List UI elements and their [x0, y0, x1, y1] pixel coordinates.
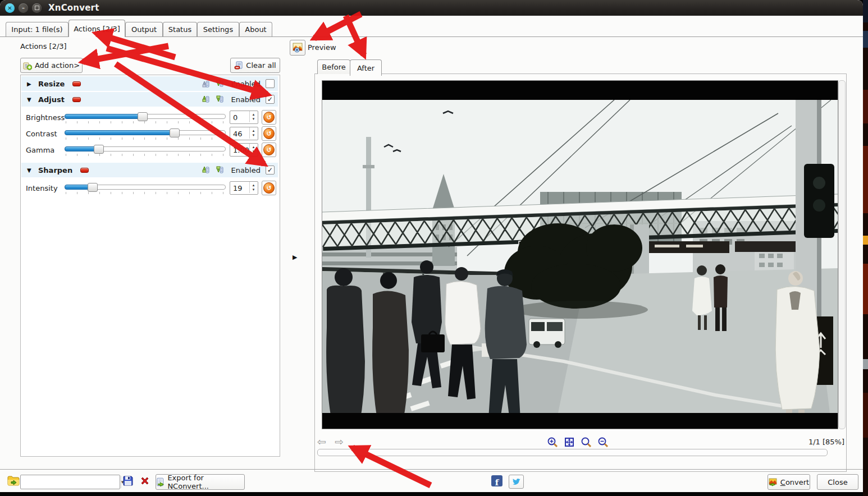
desktop-background: ✕ – XnConvert Input: 1 file(s) Actions [… — [0, 0, 868, 496]
reset-icon: ↺ — [263, 112, 275, 123]
script-name-input[interactable] — [23, 476, 121, 488]
action-group-name: Sharpen — [38, 166, 72, 174]
expand-expanded-icon[interactable]: ▼ — [27, 167, 34, 173]
actions-panel-heading: Actions [2/3] — [20, 42, 67, 50]
preview-vertical-scrollbar[interactable] — [838, 80, 846, 429]
zoom-original-icon[interactable] — [581, 437, 592, 448]
spin-up-icon[interactable]: ▴ — [253, 183, 255, 187]
export-nconvert-button[interactable]: Export for NConvert... — [156, 474, 245, 490]
param-row-gamma: Gamma 1.00 ▴▾ ↺ — [21, 143, 278, 157]
move-down-icon[interactable] — [214, 79, 223, 88]
spin-down-icon[interactable]: ▾ — [253, 117, 255, 121]
spin-down-icon[interactable]: ▾ — [253, 149, 255, 154]
tab-status[interactable]: Status — [163, 22, 197, 36]
reset-icon: ↺ — [263, 128, 275, 139]
brightness-slider[interactable] — [65, 111, 226, 123]
param-label: Gamma — [26, 146, 65, 154]
tab-input[interactable]: Input: 1 file(s) — [6, 22, 68, 36]
convert-button[interactable]: Convert — [768, 474, 810, 490]
slider-handle[interactable] — [170, 128, 180, 137]
intensity-spinbox[interactable]: 19 ▴▾ — [230, 181, 258, 195]
preview-button[interactable] — [290, 40, 305, 56]
remove-action-icon[interactable] — [80, 168, 89, 173]
delete-script-button[interactable] — [139, 475, 150, 488]
tab-after[interactable]: After — [350, 59, 382, 76]
window-minimize-button[interactable]: – — [19, 3, 28, 13]
resize-enabled-checkbox[interactable] — [266, 79, 275, 88]
action-group-resize[interactable]: ▶ Resize Enabled — [21, 76, 278, 91]
brightness-reset-button[interactable]: ↺ — [262, 110, 276, 125]
tab-settings[interactable]: Settings — [197, 22, 239, 36]
spin-up-icon[interactable]: ▴ — [253, 145, 255, 149]
slider-handle[interactable] — [88, 183, 98, 192]
window-maximize-button[interactable] — [32, 3, 42, 13]
close-button[interactable]: Close — [817, 474, 858, 490]
sharpen-enabled-checkbox[interactable]: ✓ — [266, 166, 275, 174]
spin-down-icon[interactable]: ▾ — [253, 133, 255, 137]
background-window-sliver — [863, 0, 868, 496]
preview-label: Preview — [308, 43, 336, 52]
save-script-button[interactable] — [122, 475, 134, 488]
contrast-spinbox[interactable]: 46 ▴▾ — [230, 127, 258, 140]
clear-all-button[interactable]: Clear all — [230, 58, 280, 73]
nav-back-arrow[interactable]: ⇦ — [317, 435, 326, 448]
facebook-icon[interactable]: f — [491, 475, 502, 486]
gamma-spinbox[interactable]: 1.00 ▴▾ — [230, 143, 258, 157]
twitter-icon[interactable] — [509, 475, 524, 489]
window-title: XnConvert — [48, 3, 99, 13]
zoom-out-icon[interactable] — [597, 437, 609, 448]
expand-collapsed-icon[interactable]: ▶ — [27, 81, 34, 87]
slider-handle[interactable] — [138, 112, 148, 121]
gamma-reset-button[interactable]: ↺ — [262, 143, 276, 157]
close-icon: ✕ — [7, 5, 12, 11]
titlebar[interactable]: ✕ – XnConvert — [0, 0, 863, 16]
add-action-button[interactable]: Add action> — [20, 58, 83, 73]
spin-down-icon[interactable]: ▾ — [253, 187, 255, 192]
remove-action-icon[interactable] — [72, 81, 81, 86]
clear-all-icon — [234, 61, 243, 70]
tab-before[interactable]: Before — [317, 59, 350, 74]
window-close-button[interactable]: ✕ — [5, 3, 15, 13]
action-group-name: Resize — [38, 80, 65, 88]
script-name-combobox[interactable]: ▾ — [20, 475, 120, 489]
move-up-icon[interactable] — [200, 166, 209, 174]
maximize-icon — [35, 6, 39, 10]
expand-expanded-icon[interactable]: ▼ — [27, 97, 34, 103]
move-down-icon[interactable] — [214, 166, 223, 174]
check-icon: ✓ — [267, 167, 273, 173]
export-icon — [156, 477, 165, 486]
brightness-spinbox[interactable]: 0 ▴▾ — [230, 111, 258, 124]
param-label: Brightness — [26, 113, 65, 122]
action-group-adjust[interactable]: ▼ Adjust Enabled ✓ — [21, 92, 278, 107]
move-up-icon[interactable] — [200, 95, 209, 104]
check-icon: ✓ — [267, 96, 273, 103]
zoom-in-icon[interactable] — [547, 437, 558, 448]
preview-icon — [293, 43, 303, 53]
reset-icon: ↺ — [263, 144, 275, 155]
preview-horizontal-scrollbar[interactable] — [317, 449, 828, 456]
tab-actions[interactable]: Actions [2/3] — [68, 20, 125, 37]
move-down-icon[interactable] — [214, 95, 223, 104]
spin-up-icon[interactable]: ▴ — [253, 128, 255, 133]
tab-about[interactable]: About — [239, 22, 272, 36]
panel-splitter-handle[interactable]: ▶ — [293, 254, 297, 261]
xnconvert-window: ✕ – XnConvert Input: 1 file(s) Actions [… — [0, 0, 863, 492]
zoom-fit-icon[interactable] — [564, 437, 575, 448]
gamma-slider[interactable] — [65, 144, 226, 156]
adjust-enabled-checkbox[interactable]: ✓ — [266, 95, 275, 104]
action-group-name: Adjust — [38, 95, 65, 104]
main-tabstrip: Input: 1 file(s) Actions [2/3] Output St… — [0, 21, 863, 37]
open-script-folder-button[interactable] — [7, 475, 21, 488]
remove-action-icon[interactable] — [72, 97, 81, 102]
move-up-icon[interactable] — [200, 79, 209, 88]
intensity-slider[interactable] — [65, 182, 226, 194]
intensity-reset-button[interactable]: ↺ — [262, 181, 276, 195]
action-group-sharpen[interactable]: ▼ Sharpen Enabled ✓ — [21, 163, 278, 177]
spin-up-icon[interactable]: ▴ — [253, 112, 255, 117]
slider-handle[interactable] — [94, 145, 104, 154]
contrast-reset-button[interactable]: ↺ — [262, 126, 276, 141]
nav-forward-arrow[interactable]: ⇨ — [335, 435, 344, 448]
param-row-intensity: Intensity 19 ▴▾ ↺ — [21, 181, 278, 195]
contrast-slider[interactable] — [65, 127, 226, 140]
tab-output[interactable]: Output — [125, 22, 163, 36]
